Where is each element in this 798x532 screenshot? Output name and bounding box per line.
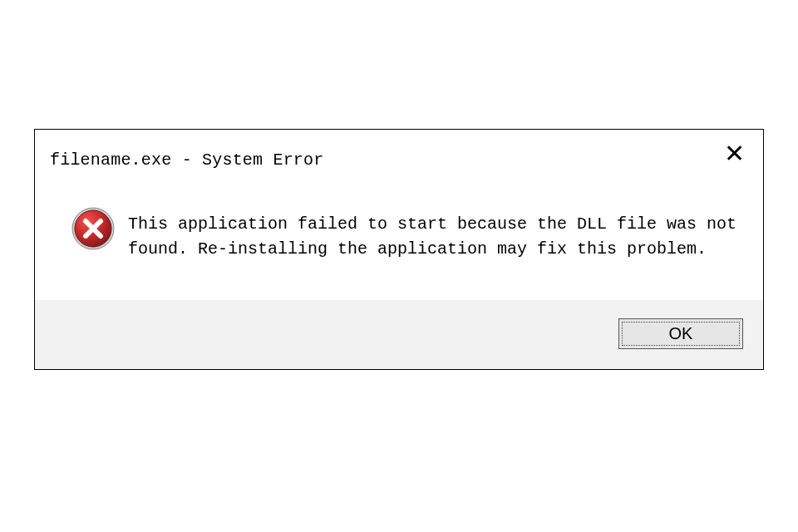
dialog-content: This application failed to start because… (35, 182, 763, 300)
dialog-message: This application failed to start because… (128, 212, 743, 262)
error-dialog: filename.exe - System Error ✕ This appli… (34, 129, 764, 370)
close-icon[interactable]: ✕ (721, 141, 748, 179)
dialog-titlebar: filename.exe - System Error ✕ (35, 130, 763, 182)
ok-button[interactable]: OK (618, 318, 743, 349)
dialog-button-bar: OK (35, 300, 763, 369)
error-icon (70, 205, 116, 252)
dialog-title: filename.exe - System Error (50, 150, 323, 170)
